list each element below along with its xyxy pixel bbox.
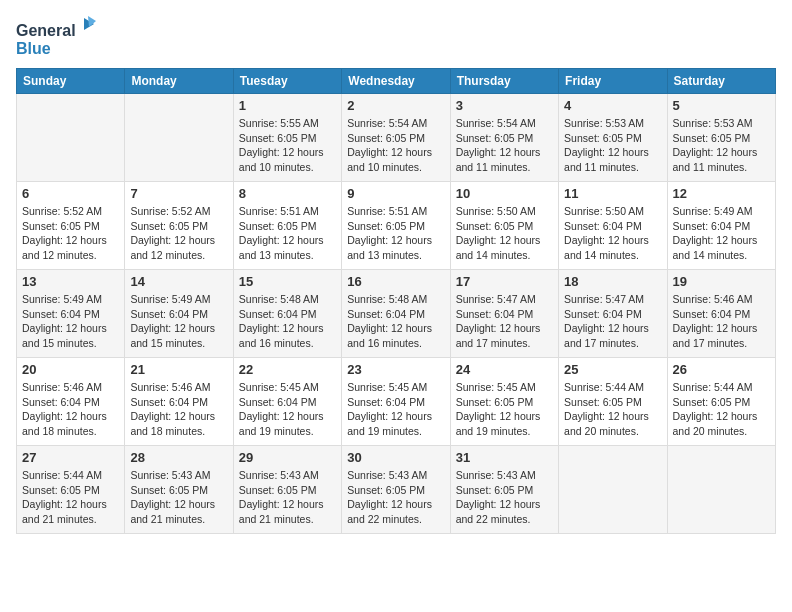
- calendar-cell: 24Sunrise: 5:45 AMSunset: 6:05 PMDayligh…: [450, 358, 558, 446]
- calendar-cell: 9Sunrise: 5:51 AMSunset: 6:05 PMDaylight…: [342, 182, 450, 270]
- day-number: 25: [564, 362, 661, 377]
- calendar-cell: 1Sunrise: 5:55 AMSunset: 6:05 PMDaylight…: [233, 94, 341, 182]
- calendar-cell: 17Sunrise: 5:47 AMSunset: 6:04 PMDayligh…: [450, 270, 558, 358]
- cell-info: Sunrise: 5:44 AMSunset: 6:05 PMDaylight:…: [22, 468, 119, 527]
- day-number: 9: [347, 186, 444, 201]
- cell-info: Sunrise: 5:52 AMSunset: 6:05 PMDaylight:…: [130, 204, 227, 263]
- cell-info: Sunrise: 5:45 AMSunset: 6:04 PMDaylight:…: [347, 380, 444, 439]
- calendar-cell: [17, 94, 125, 182]
- day-number: 31: [456, 450, 553, 465]
- day-number: 1: [239, 98, 336, 113]
- svg-text:General: General: [16, 22, 76, 39]
- weekday-header-wednesday: Wednesday: [342, 69, 450, 94]
- calendar-week-row: 6Sunrise: 5:52 AMSunset: 6:05 PMDaylight…: [17, 182, 776, 270]
- calendar-cell: 7Sunrise: 5:52 AMSunset: 6:05 PMDaylight…: [125, 182, 233, 270]
- calendar-cell: 27Sunrise: 5:44 AMSunset: 6:05 PMDayligh…: [17, 446, 125, 534]
- day-number: 20: [22, 362, 119, 377]
- cell-info: Sunrise: 5:46 AMSunset: 6:04 PMDaylight:…: [673, 292, 770, 351]
- cell-info: Sunrise: 5:49 AMSunset: 6:04 PMDaylight:…: [130, 292, 227, 351]
- cell-info: Sunrise: 5:53 AMSunset: 6:05 PMDaylight:…: [564, 116, 661, 175]
- logo: General Blue: [16, 16, 96, 60]
- day-number: 14: [130, 274, 227, 289]
- cell-info: Sunrise: 5:43 AMSunset: 6:05 PMDaylight:…: [130, 468, 227, 527]
- calendar-cell: 26Sunrise: 5:44 AMSunset: 6:05 PMDayligh…: [667, 358, 775, 446]
- cell-info: Sunrise: 5:55 AMSunset: 6:05 PMDaylight:…: [239, 116, 336, 175]
- calendar-cell: 15Sunrise: 5:48 AMSunset: 6:04 PMDayligh…: [233, 270, 341, 358]
- cell-info: Sunrise: 5:53 AMSunset: 6:05 PMDaylight:…: [673, 116, 770, 175]
- day-number: 21: [130, 362, 227, 377]
- calendar-cell: 30Sunrise: 5:43 AMSunset: 6:05 PMDayligh…: [342, 446, 450, 534]
- day-number: 19: [673, 274, 770, 289]
- cell-info: Sunrise: 5:51 AMSunset: 6:05 PMDaylight:…: [239, 204, 336, 263]
- calendar-cell: 8Sunrise: 5:51 AMSunset: 6:05 PMDaylight…: [233, 182, 341, 270]
- day-number: 13: [22, 274, 119, 289]
- cell-info: Sunrise: 5:43 AMSunset: 6:05 PMDaylight:…: [347, 468, 444, 527]
- weekday-header-sunday: Sunday: [17, 69, 125, 94]
- day-number: 12: [673, 186, 770, 201]
- calendar-cell: 3Sunrise: 5:54 AMSunset: 6:05 PMDaylight…: [450, 94, 558, 182]
- day-number: 30: [347, 450, 444, 465]
- day-number: 24: [456, 362, 553, 377]
- day-number: 26: [673, 362, 770, 377]
- calendar-cell: 16Sunrise: 5:48 AMSunset: 6:04 PMDayligh…: [342, 270, 450, 358]
- day-number: 17: [456, 274, 553, 289]
- day-number: 4: [564, 98, 661, 113]
- weekday-header-friday: Friday: [559, 69, 667, 94]
- calendar-cell: 22Sunrise: 5:45 AMSunset: 6:04 PMDayligh…: [233, 358, 341, 446]
- cell-info: Sunrise: 5:47 AMSunset: 6:04 PMDaylight:…: [564, 292, 661, 351]
- cell-info: Sunrise: 5:49 AMSunset: 6:04 PMDaylight:…: [673, 204, 770, 263]
- day-number: 6: [22, 186, 119, 201]
- svg-marker-3: [88, 16, 96, 27]
- day-number: 11: [564, 186, 661, 201]
- cell-info: Sunrise: 5:48 AMSunset: 6:04 PMDaylight:…: [347, 292, 444, 351]
- calendar-week-row: 13Sunrise: 5:49 AMSunset: 6:04 PMDayligh…: [17, 270, 776, 358]
- day-number: 5: [673, 98, 770, 113]
- cell-info: Sunrise: 5:54 AMSunset: 6:05 PMDaylight:…: [456, 116, 553, 175]
- cell-info: Sunrise: 5:44 AMSunset: 6:05 PMDaylight:…: [673, 380, 770, 439]
- weekday-header-row: SundayMondayTuesdayWednesdayThursdayFrid…: [17, 69, 776, 94]
- calendar-cell: [667, 446, 775, 534]
- cell-info: Sunrise: 5:46 AMSunset: 6:04 PMDaylight:…: [130, 380, 227, 439]
- cell-info: Sunrise: 5:45 AMSunset: 6:05 PMDaylight:…: [456, 380, 553, 439]
- cell-info: Sunrise: 5:47 AMSunset: 6:04 PMDaylight:…: [456, 292, 553, 351]
- calendar-cell: 18Sunrise: 5:47 AMSunset: 6:04 PMDayligh…: [559, 270, 667, 358]
- cell-info: Sunrise: 5:51 AMSunset: 6:05 PMDaylight:…: [347, 204, 444, 263]
- weekday-header-monday: Monday: [125, 69, 233, 94]
- calendar-cell: 13Sunrise: 5:49 AMSunset: 6:04 PMDayligh…: [17, 270, 125, 358]
- calendar-cell: 2Sunrise: 5:54 AMSunset: 6:05 PMDaylight…: [342, 94, 450, 182]
- calendar-cell: 5Sunrise: 5:53 AMSunset: 6:05 PMDaylight…: [667, 94, 775, 182]
- day-number: 27: [22, 450, 119, 465]
- day-number: 22: [239, 362, 336, 377]
- calendar-cell: 25Sunrise: 5:44 AMSunset: 6:05 PMDayligh…: [559, 358, 667, 446]
- page-header: General Blue: [16, 16, 776, 60]
- calendar-cell: 23Sunrise: 5:45 AMSunset: 6:04 PMDayligh…: [342, 358, 450, 446]
- day-number: 7: [130, 186, 227, 201]
- calendar-cell: 12Sunrise: 5:49 AMSunset: 6:04 PMDayligh…: [667, 182, 775, 270]
- calendar-cell: 28Sunrise: 5:43 AMSunset: 6:05 PMDayligh…: [125, 446, 233, 534]
- calendar-table: SundayMondayTuesdayWednesdayThursdayFrid…: [16, 68, 776, 534]
- cell-info: Sunrise: 5:49 AMSunset: 6:04 PMDaylight:…: [22, 292, 119, 351]
- day-number: 2: [347, 98, 444, 113]
- cell-info: Sunrise: 5:43 AMSunset: 6:05 PMDaylight:…: [456, 468, 553, 527]
- weekday-header-tuesday: Tuesday: [233, 69, 341, 94]
- calendar-cell: 4Sunrise: 5:53 AMSunset: 6:05 PMDaylight…: [559, 94, 667, 182]
- weekday-header-saturday: Saturday: [667, 69, 775, 94]
- weekday-header-thursday: Thursday: [450, 69, 558, 94]
- calendar-week-row: 27Sunrise: 5:44 AMSunset: 6:05 PMDayligh…: [17, 446, 776, 534]
- cell-info: Sunrise: 5:46 AMSunset: 6:04 PMDaylight:…: [22, 380, 119, 439]
- day-number: 23: [347, 362, 444, 377]
- cell-info: Sunrise: 5:54 AMSunset: 6:05 PMDaylight:…: [347, 116, 444, 175]
- day-number: 10: [456, 186, 553, 201]
- calendar-cell: 14Sunrise: 5:49 AMSunset: 6:04 PMDayligh…: [125, 270, 233, 358]
- calendar-cell: 6Sunrise: 5:52 AMSunset: 6:05 PMDaylight…: [17, 182, 125, 270]
- calendar-cell: 31Sunrise: 5:43 AMSunset: 6:05 PMDayligh…: [450, 446, 558, 534]
- day-number: 8: [239, 186, 336, 201]
- calendar-cell: 11Sunrise: 5:50 AMSunset: 6:04 PMDayligh…: [559, 182, 667, 270]
- calendar-cell: [559, 446, 667, 534]
- calendar-week-row: 20Sunrise: 5:46 AMSunset: 6:04 PMDayligh…: [17, 358, 776, 446]
- day-number: 15: [239, 274, 336, 289]
- day-number: 18: [564, 274, 661, 289]
- cell-info: Sunrise: 5:50 AMSunset: 6:05 PMDaylight:…: [456, 204, 553, 263]
- cell-info: Sunrise: 5:50 AMSunset: 6:04 PMDaylight:…: [564, 204, 661, 263]
- day-number: 3: [456, 98, 553, 113]
